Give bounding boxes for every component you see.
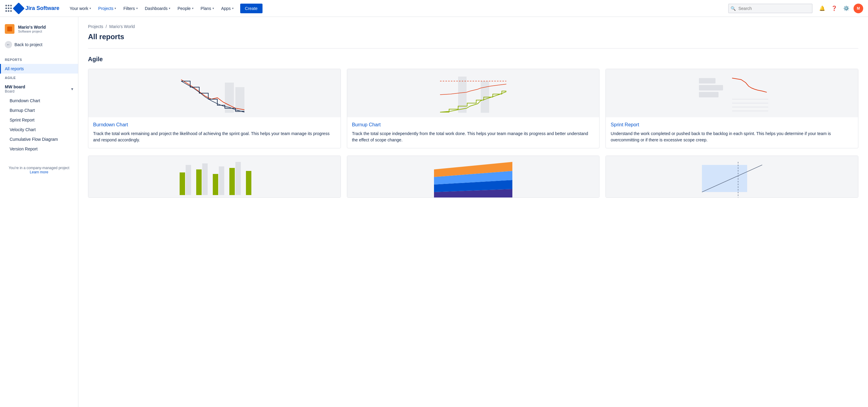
svg-rect-7 <box>699 92 718 97</box>
reports-section-label: Reports <box>0 56 78 64</box>
reports-grid-2 <box>88 156 858 198</box>
cumulative-flow-svg <box>434 156 513 198</box>
sprint-report-svg <box>693 70 771 116</box>
logo-diamond <box>13 2 25 14</box>
sprint-report-body: Sprint Report Understand the work comple… <box>606 117 858 148</box>
project-icon-inner <box>7 27 12 31</box>
chevron-down-icon: ▾ <box>136 7 138 10</box>
burndown-chart-image <box>88 69 341 117</box>
cumulative-flow-card[interactable] <box>347 156 600 198</box>
plans-nav[interactable]: Plans ▾ <box>198 2 217 14</box>
chevron-down-icon: ▾ <box>71 87 73 91</box>
svg-rect-2 <box>458 76 467 113</box>
search-input[interactable] <box>728 4 812 13</box>
sidebar-item-velocity-chart[interactable]: Velocity Chart <box>0 125 78 134</box>
chevron-down-icon: ▾ <box>192 7 193 10</box>
sprint-report-desc: Understand the work completed or pushed … <box>611 130 853 143</box>
chevron-down-icon: ▾ <box>115 7 116 10</box>
burnup-chart-card[interactable]: Burnup Chart Track the total scope indep… <box>347 69 600 148</box>
board-name: MW board <box>5 85 25 89</box>
notifications-button[interactable]: 🔔 <box>817 4 827 13</box>
sidebar-item-burnup-chart[interactable]: Burnup Chart <box>0 105 78 115</box>
chevron-down-icon: ▾ <box>90 7 91 10</box>
project-info: Mario's World Software project <box>0 22 78 36</box>
svg-rect-14 <box>196 169 202 195</box>
breadcrumb: Projects / Mario's World <box>88 24 858 29</box>
sprint-report-card[interactable]: Sprint Report Understand the work comple… <box>606 69 858 148</box>
sidebar-item-version-report[interactable]: Version Report <box>0 144 78 154</box>
sidebar-item-sprint-report[interactable]: Sprint Report <box>0 115 78 125</box>
search-bar: 🔍 <box>728 4 812 13</box>
settings-button[interactable]: ⚙️ <box>841 4 851 13</box>
version-report-card[interactable] <box>606 156 858 198</box>
velocity-chart-svg <box>175 156 253 198</box>
chevron-down-icon: ▾ <box>213 7 214 10</box>
svg-rect-16 <box>213 174 218 195</box>
apps-nav[interactable]: Apps ▾ <box>218 2 237 14</box>
help-button[interactable]: ❓ <box>830 4 839 13</box>
burndown-chart-card[interactable]: Burndown Chart Track the total work rema… <box>88 69 341 148</box>
section-divider <box>88 48 858 49</box>
back-to-project-button[interactable]: ← Back to project <box>0 39 78 51</box>
nav-icon-group: 🔔 ❓ ⚙️ M <box>817 4 863 13</box>
version-report-svg <box>693 156 771 198</box>
projects-nav[interactable]: Projects ▾ <box>95 2 119 14</box>
project-icon <box>5 24 14 34</box>
burndown-chart-desc: Track the total work remaining and proje… <box>93 130 336 143</box>
chevron-down-icon: ▾ <box>232 7 234 10</box>
avatar[interactable]: M <box>854 4 863 13</box>
app-switcher-icon[interactable] <box>5 5 12 12</box>
svg-rect-13 <box>186 165 191 195</box>
velocity-chart-image <box>88 156 341 198</box>
cumulative-flow-image <box>347 156 599 198</box>
svg-rect-20 <box>246 171 251 195</box>
sprint-report-title[interactable]: Sprint Report <box>611 122 853 128</box>
main-content: Projects / Mario's World All reports Agi… <box>79 17 868 407</box>
svg-rect-15 <box>202 163 208 195</box>
agile-section-label: AGILE <box>0 73 78 82</box>
sidebar-item-burndown-chart[interactable]: Burndown Chart <box>0 96 78 105</box>
svg-rect-17 <box>219 166 224 195</box>
burnup-chart-image <box>347 69 599 117</box>
svg-rect-5 <box>699 78 715 84</box>
project-name: Mario's World <box>18 25 46 30</box>
svg-rect-6 <box>699 85 723 90</box>
svg-rect-19 <box>236 162 241 195</box>
burnup-chart-title[interactable]: Burnup Chart <box>352 122 595 128</box>
back-label: Back to project <box>14 42 42 47</box>
learn-more-link[interactable]: Learn more <box>30 170 48 174</box>
version-report-image <box>606 156 858 198</box>
burndown-chart-title[interactable]: Burndown Chart <box>93 122 336 128</box>
sidebar-item-cumulative-flow[interactable]: Cumulative Flow Diagram <box>0 134 78 144</box>
sidebar-item-all-reports[interactable]: All reports <box>0 64 78 73</box>
jira-logo[interactable]: Jira Software <box>14 4 59 13</box>
back-arrow-icon: ← <box>5 41 12 48</box>
search-icon: 🔍 <box>731 6 736 11</box>
app-layout: Mario's World Software project ← Back to… <box>0 17 868 407</box>
your-work-nav[interactable]: Your work ▾ <box>67 2 94 14</box>
velocity-chart-card[interactable] <box>88 156 341 198</box>
sprint-report-image <box>606 69 858 117</box>
breadcrumb-separator: / <box>106 24 107 29</box>
sidebar-footer: You're in a company-managed project Lear… <box>0 161 78 179</box>
project-details: Mario's World Software project <box>18 25 46 33</box>
dashboards-nav[interactable]: Dashboards ▾ <box>142 2 174 14</box>
filters-nav[interactable]: Filters ▾ <box>120 2 141 14</box>
create-button[interactable]: Create <box>240 4 262 13</box>
svg-rect-12 <box>180 173 185 195</box>
sidebar-board-mw[interactable]: MW board Board ▾ <box>0 82 78 96</box>
breadcrumb-projects[interactable]: Projects <box>88 24 103 29</box>
board-info: MW board Board <box>5 85 25 93</box>
burndown-chart-body: Burndown Chart Track the total work rema… <box>88 117 341 148</box>
nav-items: Your work ▾ Projects ▾ Filters ▾ Dashboa… <box>67 2 723 14</box>
burnup-chart-body: Burnup Chart Track the total scope indep… <box>347 117 599 148</box>
breadcrumb-mario-world[interactable]: Mario's World <box>109 24 135 29</box>
burnup-chart-desc: Track the total scope independently from… <box>352 130 595 143</box>
chevron-down-icon: ▾ <box>169 7 170 10</box>
board-type: Board <box>5 89 25 93</box>
people-nav[interactable]: People ▾ <box>175 2 196 14</box>
top-navigation: Jira Software Your work ▾ Projects ▾ Fil… <box>0 0 868 17</box>
project-type: Software project <box>18 30 46 33</box>
reports-grid: Burndown Chart Track the total work rema… <box>88 69 858 148</box>
logo-text: Jira Software <box>25 5 59 11</box>
